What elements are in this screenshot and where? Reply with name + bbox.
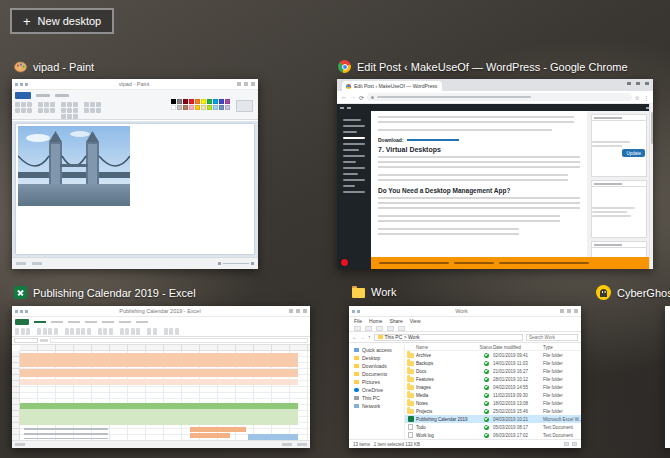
folder-icon — [407, 377, 414, 382]
excel-light-green-block — [20, 409, 298, 425]
chrome-label-text: Edit Post ‹ MakeUseOf — WordPress - Goog… — [357, 61, 628, 73]
wordpress-sidebar-active-item[interactable] — [337, 137, 371, 139]
up-icon[interactable]: ↑ — [368, 334, 371, 340]
nav-item-this-pc[interactable]: This PC — [349, 394, 404, 402]
paint-icon — [14, 60, 27, 73]
excel-window-thumbnail[interactable]: Publishing Calendar 2019 - Excel — [12, 306, 310, 448]
file-row[interactable]: Todo 05/03/2019 08:17 Text Document — [405, 423, 581, 431]
excel-peach-block-1 — [20, 353, 298, 367]
new-desktop-button[interactable]: + New desktop — [10, 8, 114, 34]
chrome-window-label[interactable]: Edit Post ‹ MakeUseOf — WordPress - Goog… — [338, 60, 628, 73]
explorer-nav-pane: Quick access Desktop Downloads Documents… — [349, 344, 405, 439]
paint-window-thumbnail[interactable]: vipad - Paint — [12, 79, 258, 269]
column-date-modified[interactable]: Date modified — [493, 345, 543, 350]
folder-icon — [407, 369, 414, 374]
excel-title: Publishing Calendar 2019 - Excel — [31, 308, 289, 314]
tab-view[interactable]: View — [410, 318, 421, 324]
notification-badge — [341, 259, 348, 266]
explorer-window-thumbnail[interactable]: Work File Home Share View ← → ↑ This PC … — [349, 306, 581, 448]
excel-orange-cells-1 — [190, 427, 246, 432]
update-button[interactable]: Update — [622, 149, 645, 157]
nav-item-quick-access[interactable]: Quick access — [349, 346, 404, 354]
view-toggle-icons[interactable] — [564, 442, 577, 446]
paint-tool-groups — [15, 102, 101, 119]
folder-icon — [407, 401, 414, 406]
back-icon[interactable]: ← — [352, 334, 357, 340]
nav-item-pictures[interactable]: Pictures — [349, 378, 404, 386]
file-row[interactable]: Features 28/01/2019 10:12 File folder — [405, 375, 581, 383]
column-type[interactable]: Type — [543, 345, 581, 350]
column-status[interactable]: Status — [479, 345, 493, 350]
nav-item-documents[interactable]: Documents — [349, 370, 404, 378]
tab-home[interactable]: Home — [369, 318, 382, 324]
tab-file[interactable]: File — [354, 318, 362, 324]
bookmark-star-icon[interactable]: ☆ — [635, 94, 640, 101]
file-row[interactable]: Archive 02/01/2019 09:41 File folder — [405, 351, 581, 359]
publish-panel: Update — [591, 114, 647, 177]
file-row[interactable]: Backups 14/01/2019 11:03 File folder — [405, 359, 581, 367]
folder-icon — [407, 385, 414, 390]
menu-dots-icon[interactable]: ⋮ — [643, 94, 649, 101]
paint-window-controls — [237, 82, 255, 86]
wordpress-admin-bar — [337, 104, 653, 111]
forward-icon[interactable]: → — [350, 94, 356, 100]
lock-icon — [371, 96, 374, 99]
excel-window-label[interactable]: Publishing Calendar 2019 - Excel — [14, 286, 196, 299]
paint-photo-tower-bridge — [18, 126, 130, 206]
file-row[interactable]: Notes 18/02/2019 13:08 File folder — [405, 399, 581, 407]
nav-item-network[interactable]: Network — [349, 402, 404, 410]
forward-icon[interactable]: → — [360, 334, 365, 340]
nav-item-desktop[interactable]: Desktop — [349, 354, 404, 362]
file-row[interactable]: Docs 21/01/2019 16:27 File folder — [405, 367, 581, 375]
excel-sheet[interactable] — [20, 351, 310, 440]
excel-ribbon-groups — [15, 328, 307, 335]
explorer-title: Work — [363, 308, 560, 314]
explorer-search-input[interactable] — [526, 334, 578, 341]
address-bar[interactable] — [367, 93, 632, 101]
excel-name-box — [14, 338, 38, 343]
chrome-active-tab[interactable]: Edit Post ‹ MakeUseOf — WordPress — [342, 81, 442, 91]
sync-check-icon — [484, 353, 489, 358]
download-line: Download: — [378, 137, 580, 143]
chrome-scrollbar[interactable] — [649, 104, 653, 269]
download-label: Download: — [378, 137, 404, 143]
column-name[interactable]: Name — [416, 345, 479, 350]
file-row[interactable]: Work log 06/03/2019 17:02 Text Document — [405, 431, 581, 439]
excel-file-icon — [408, 416, 414, 422]
explorer-file-list: Name Status Date modified Type Archive 0… — [405, 344, 581, 439]
paint-canvas — [16, 124, 254, 254]
paint-window-label[interactable]: vipad - Paint — [14, 60, 94, 73]
nav-item-downloads[interactable]: Downloads — [349, 362, 404, 370]
chrome-toolbar: ← → ⟳ ☆ ⋮ — [337, 91, 653, 104]
paint-edit-colors-button — [236, 100, 253, 112]
file-icon — [408, 432, 413, 438]
explorer-window-label[interactable]: Work — [352, 286, 396, 298]
heading-management-app: Do You Need a Desktop Management App? — [378, 187, 580, 194]
chrome-window-thumbnail[interactable]: Edit Post ‹ MakeUseOf — WordPress ← → ⟳ … — [337, 79, 653, 269]
explorer-status-text: 13 items 1 item selected 132 KB — [353, 442, 420, 447]
paint-zoom-slider — [218, 262, 254, 265]
wordpress-post-content: Download: 7. Virtual Desktops Do You Nee… — [371, 111, 587, 257]
excel-file-tab — [15, 319, 29, 325]
paint-label-text: vipad - Paint — [33, 61, 94, 73]
file-row-selected[interactable]: Publishing Calendar 2019 04/03/2019 10:2… — [405, 415, 581, 423]
cyberghost-window-label[interactable]: CyberGhost — [596, 285, 670, 300]
refresh-icon[interactable]: ⟳ — [359, 94, 364, 101]
excel-label-text: Publishing Calendar 2019 - Excel — [33, 287, 196, 299]
file-row[interactable]: Images 04/02/2019 14:55 File folder — [405, 383, 581, 391]
nav-item-onedrive[interactable]: OneDrive — [349, 386, 404, 394]
file-row[interactable]: Media 11/02/2019 09:30 File folder — [405, 391, 581, 399]
cyberghost-window-thumbnail-partial[interactable] — [665, 306, 670, 448]
download-link[interactable] — [407, 139, 459, 141]
excel-formula-field[interactable] — [50, 338, 308, 343]
breadcrumb[interactable]: This PC > Work — [374, 334, 524, 341]
tab-share[interactable]: Share — [389, 318, 402, 324]
sync-check-icon — [484, 433, 489, 438]
back-icon[interactable]: ← — [341, 94, 347, 100]
chrome-window-controls — [627, 82, 649, 85]
plus-icon: + — [23, 15, 31, 28]
fx-icon — [40, 339, 48, 342]
excel-grid — [12, 345, 310, 440]
file-row[interactable]: Projects 25/02/2019 15:46 File folder — [405, 407, 581, 415]
excel-ribbon — [12, 317, 310, 337]
